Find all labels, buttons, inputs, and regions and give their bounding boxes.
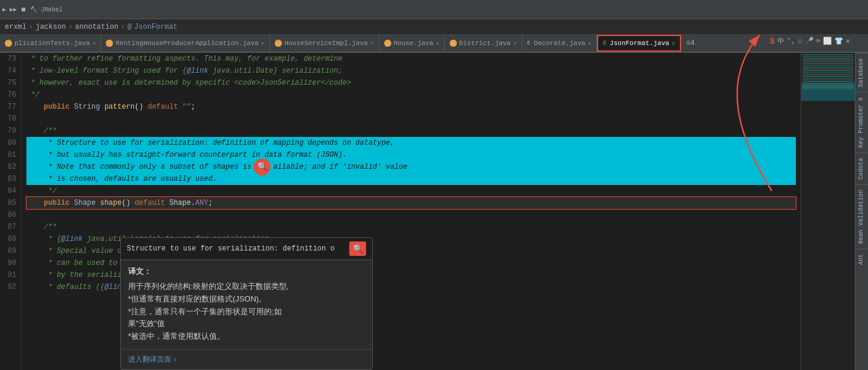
- mini-line: [802, 61, 854, 62]
- line-num-84: 84: [2, 185, 16, 197]
- breadcrumb-jsonformat-label[interactable]: JsonFormat: [134, 23, 177, 31]
- tab-icon-c3: [275, 40, 282, 47]
- tab-district[interactable]: District.java ✕: [445, 35, 522, 52]
- tab-label-4: House.java: [394, 40, 433, 47]
- breadcrumb: erxml › jackson › annotation › @ JsonFor…: [0, 19, 868, 35]
- minimap: [801, 53, 855, 370]
- tab-overflow[interactable]: ≡4: [681, 35, 699, 52]
- tab-bar: plicationTests.java ✕ RentingHouseProduc…: [0, 35, 868, 53]
- popup-line3: *注意，通常只有一个子集的形状是可用的;如: [128, 307, 282, 316]
- line-76-text: */: [26, 89, 40, 101]
- code-line-84: */: [26, 185, 796, 197]
- tab-close-5[interactable]: ✕: [513, 40, 517, 47]
- tab-rentinghouse[interactable]: RentingHouseProducerApplication.java ✕: [101, 35, 270, 52]
- panel-tab-codota[interactable]: Codota: [855, 153, 868, 184]
- line-num-73: 73: [2, 53, 16, 65]
- sogou-shirt[interactable]: 👕: [834, 37, 843, 46]
- sogou-box[interactable]: ⬜: [823, 37, 832, 46]
- mini-line: [802, 81, 854, 82]
- mini-line: [802, 88, 854, 89]
- line-82-text: * Note that commonly only a subset of sh…: [26, 161, 251, 173]
- mini-line: [802, 65, 854, 66]
- breadcrumb-annotation[interactable]: annotation: [75, 23, 118, 31]
- line-83-text: * is chosen, defaults are usually used.: [26, 173, 217, 185]
- popup-search-icon: 🔍: [353, 244, 363, 253]
- popup-line1: 用于序列化的结构:映射的定义取决于数据类型,: [128, 282, 289, 291]
- code-editor[interactable]: 73 74 75 76 77 78 79 80 81 82 83 84 85 8…: [0, 53, 801, 370]
- tab-icon-c4: [384, 40, 391, 47]
- line-79-text: /**: [26, 125, 57, 137]
- tab-close-4[interactable]: ✕: [436, 40, 439, 47]
- popup-line5: *被选中，通常使用默认值。: [128, 332, 225, 341]
- search-magnifier-icon[interactable]: 🔍: [254, 159, 270, 175]
- tab-house[interactable]: House.java ✕: [379, 35, 445, 52]
- line-num-83: 83: [2, 173, 16, 185]
- line-num-81: 81: [2, 149, 16, 161]
- code-line-75: * however, exact use is determined by sp…: [26, 77, 796, 89]
- tab-close-6[interactable]: ✕: [588, 40, 591, 47]
- tab-jsonformat[interactable]: @ JsonFormat.java ✕: [597, 35, 681, 52]
- sogou-bar: S 中 °, ☺ 🎤 ⌨ ⬜ 👕 ✕: [768, 35, 852, 47]
- line-num-74: 74: [2, 65, 16, 77]
- popup-body: 译文： 用于序列化的结构:映射的定义取决于数据类型, *但通常有直接对应的数据格…: [121, 260, 372, 349]
- sogou-punct[interactable]: °,: [787, 37, 795, 46]
- line-num-86: 86: [2, 209, 16, 221]
- tab-label-2: RentingHouseProducerApplication.java: [115, 40, 258, 47]
- tab-decorate[interactable]: E Decorate.java ✕: [522, 35, 597, 52]
- tab-icon-c5: [450, 40, 457, 47]
- tab-houseserviceimpl[interactable]: HouseServiceImpl.java ✕: [270, 35, 379, 52]
- code-line-80: * Structure to use for serialization: de…: [26, 137, 796, 149]
- tab-close-7[interactable]: ✕: [671, 40, 675, 47]
- tab-icon-e: E: [527, 40, 530, 46]
- line-84-text: */: [26, 185, 57, 197]
- line-75-text: * however, exact use is determined by sp…: [26, 77, 351, 89]
- tab-icon-at: @: [603, 40, 606, 46]
- line-numbers: 73 74 75 76 77 78 79 80 81 82 83 84 85 8…: [0, 53, 22, 370]
- tab-label-5: District.java: [459, 40, 511, 47]
- translation-popup: Structure to use for serialization: defi…: [120, 237, 373, 370]
- panel-tab-bean-validation[interactable]: Bean Validation: [855, 184, 868, 249]
- mini-line: [802, 72, 854, 73]
- sogou-chinese[interactable]: 中: [777, 36, 784, 46]
- line-77-text: public String pattern() default "";: [26, 101, 195, 113]
- line-num-77: 77: [2, 101, 16, 113]
- line-74-text: * low-level format String used for {@lin…: [26, 65, 343, 77]
- line-num-89: 89: [2, 245, 16, 257]
- popup-search-button[interactable]: 🔍: [349, 241, 366, 256]
- code-line-86: [26, 209, 796, 221]
- line-num-91: 91: [2, 269, 16, 281]
- line-num-87: 87: [2, 221, 16, 233]
- sogou-mic[interactable]: 🎤: [805, 37, 814, 46]
- line-num-85: 85: [2, 197, 16, 209]
- mini-line: [802, 86, 854, 88]
- breadcrumb-jackson[interactable]: jackson: [35, 23, 66, 31]
- tab-close[interactable]: ✕: [92, 40, 96, 47]
- line-num-92: 92: [2, 281, 16, 293]
- sogou-close[interactable]: ✕: [846, 37, 850, 46]
- line-82-text-2: ailable; and if 'invalid' value: [273, 161, 407, 173]
- tab-applicationtests[interactable]: plicationTests.java ✕: [0, 35, 101, 52]
- sogou-keyboard[interactable]: ⌨: [816, 37, 821, 46]
- panel-tab-database[interactable]: Database: [855, 53, 868, 92]
- panel-tab-ant[interactable]: Ant: [855, 249, 868, 270]
- mini-line: [802, 63, 854, 64]
- mini-line: [802, 74, 854, 75]
- line-num-76: 76: [2, 89, 16, 101]
- sogou-s-icon: S: [770, 37, 775, 46]
- line-85-text: public Shape shape() default Shape.ANY;: [26, 197, 213, 209]
- mini-line: [802, 54, 854, 55]
- tab-label: plicationTests.java: [14, 40, 90, 47]
- popup-translate-page-link[interactable]: 进入翻译页面: [128, 354, 171, 365]
- tab-close-3[interactable]: ✕: [370, 40, 374, 47]
- tab-close-2[interactable]: ✕: [261, 40, 264, 47]
- breadcrumb-jsonformat[interactable]: @: [127, 23, 132, 31]
- minimap-content: [801, 53, 855, 370]
- popup-line2: *但通常有直接对应的数据格式(JSON)。: [128, 294, 266, 303]
- sogou-emoji[interactable]: ☺: [798, 37, 802, 46]
- code-line-87: /**: [26, 221, 796, 233]
- code-line-81: * but usually has straight-forward count…: [26, 149, 796, 161]
- toolbar-content: ▶ ▶▶ ⏹ 🔨 JRebel: [2, 6, 63, 13]
- breadcrumb-erxml[interactable]: erxml: [5, 23, 26, 31]
- mini-line: [802, 77, 854, 79]
- panel-tab-key-promoter[interactable]: Key Promoter X: [855, 92, 868, 153]
